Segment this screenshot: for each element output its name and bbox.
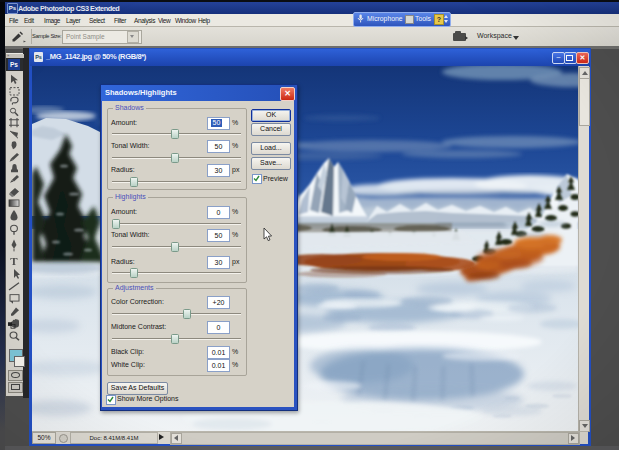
svg-text:T: T <box>10 257 17 268</box>
